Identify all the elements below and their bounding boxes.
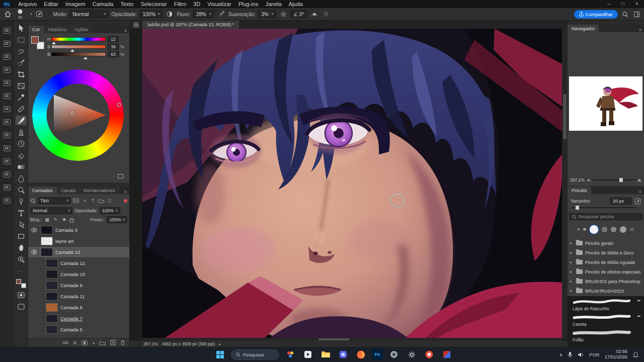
workspace-switcher-icon[interactable] xyxy=(632,10,641,19)
brush-panel-toggle-icon[interactable] xyxy=(634,198,641,205)
status-expand-icon[interactable]: ▸ xyxy=(219,342,221,346)
layer-opacity-field[interactable]: 100% ▾ xyxy=(100,207,120,214)
dock-panel-icon[interactable] xyxy=(4,54,11,60)
brush-size-slider[interactable] xyxy=(572,207,636,208)
symmetry-icon[interactable] xyxy=(321,10,331,19)
brush-tip-preset[interactable] xyxy=(583,228,586,231)
filter-smart-icon[interactable]: ◻ xyxy=(106,198,113,203)
opacity-dropdown[interactable]: 100% ▾ xyxy=(139,10,163,18)
layer-thumbnail[interactable] xyxy=(46,259,58,267)
dock-panel-icon[interactable] xyxy=(4,132,11,138)
hand-tool[interactable] xyxy=(16,243,27,252)
menu-janela[interactable]: Janela xyxy=(262,1,285,8)
color-panel-expand-icon[interactable] xyxy=(118,174,123,178)
history-brush-tool[interactable] xyxy=(16,139,27,148)
menu-arquivo[interactable]: Arquivo xyxy=(15,1,40,8)
eraser-tool[interactable] xyxy=(16,150,27,160)
layer-thumbnail[interactable] xyxy=(46,303,58,312)
filter-group-icon[interactable] xyxy=(98,198,104,203)
saturation-slider[interactable] xyxy=(51,45,106,49)
dock-panel-icon[interactable] xyxy=(4,198,11,204)
dock-panel-icon[interactable] xyxy=(4,158,11,164)
tab-canais[interactable]: Canais xyxy=(57,187,80,194)
layer-visibility-toggle[interactable] xyxy=(35,270,43,279)
foreground-swatch[interactable] xyxy=(31,36,39,44)
layer-thumbnail[interactable] xyxy=(41,226,53,234)
tab-acoes[interactable]: Ações xyxy=(70,26,92,33)
layer-row[interactable]: Camada 5 xyxy=(28,324,129,335)
document-tab[interactable]: ladrão.psd @ 297% (Camada 13, RGB/8) * xyxy=(142,21,239,29)
mode-dropdown[interactable]: Normal ▾ xyxy=(69,10,109,18)
brush-tip-preset-selected[interactable] xyxy=(590,225,598,234)
tab-camadas[interactable]: Camadas xyxy=(28,187,57,194)
brush-settings-panel-icon[interactable] xyxy=(35,10,44,19)
type-tool[interactable] xyxy=(16,208,27,218)
layer-thumbnail[interactable] xyxy=(46,292,58,301)
layer-visibility-toggle[interactable] xyxy=(35,326,43,334)
delete-layer-icon[interactable] xyxy=(120,340,125,345)
menu-texto[interactable]: Texto xyxy=(117,1,137,8)
dock-panel-icon[interactable] xyxy=(4,67,11,73)
saturation-value[interactable]: 39 xyxy=(108,44,119,50)
lock-all-icon[interactable] xyxy=(69,217,74,223)
brush-tip-preset[interactable] xyxy=(570,223,577,230)
menu-camada[interactable]: Camada xyxy=(89,1,117,8)
horizontal-scroll-handle[interactable] xyxy=(318,338,350,340)
brush-folder[interactable]: ▸ Pincéis de efeitos especiais xyxy=(568,267,644,277)
layer-thumbnail[interactable] xyxy=(41,237,53,245)
brush-folder-expanded[interactable]: ▾ BRUSHRUSH2023 xyxy=(568,286,644,296)
layer-row[interactable]: Camada 8 xyxy=(28,302,129,313)
brush-tip-preset[interactable] xyxy=(578,228,580,230)
menu-visualizar[interactable]: Visualizar xyxy=(204,1,235,8)
hue-slider[interactable] xyxy=(51,37,106,41)
foreground-background-swatches[interactable] xyxy=(16,279,26,288)
layer-effects-icon[interactable]: fx xyxy=(73,340,77,345)
dock-panel-icon[interactable] xyxy=(4,145,11,151)
dock-panel-icon[interactable] xyxy=(4,41,11,47)
layer-row[interactable]: Camada 9 xyxy=(28,280,129,291)
layer-visibility-toggle[interactable] xyxy=(30,226,38,234)
layer-row[interactable]: Camada 7 xyxy=(28,313,129,324)
layer-name[interactable]: Camada 7 xyxy=(60,316,83,321)
zoom-in-icon[interactable] xyxy=(637,178,641,182)
layer-thumbnail[interactable] xyxy=(46,325,58,334)
gradient-tool[interactable] xyxy=(16,162,27,171)
layer-name[interactable]: Camada 12 xyxy=(60,260,85,266)
edit-toolbar-ellipsis-icon[interactable]: ··· xyxy=(16,266,27,276)
layer-visibility-toggle[interactable] xyxy=(35,259,43,267)
dock-panel-icon[interactable] xyxy=(4,119,11,125)
brush-tip-preset[interactable] xyxy=(611,227,616,232)
clone-stamp-tool[interactable] xyxy=(16,127,27,137)
flow-dropdown[interactable]: 28% ▾ xyxy=(193,10,214,18)
layer-thumbnail[interactable] xyxy=(46,314,58,323)
foreground-color-swatch[interactable] xyxy=(16,279,21,284)
close-button[interactable]: × xyxy=(630,0,644,8)
taskbar-clock[interactable]: 02:56 17/01/2026 xyxy=(605,349,627,360)
panel-color-swatches[interactable] xyxy=(31,36,44,49)
layer-name[interactable]: layne art xyxy=(55,238,73,244)
layer-row[interactable]: Camada 13 xyxy=(28,247,129,258)
new-group-icon[interactable] xyxy=(99,340,106,345)
start-button[interactable] xyxy=(213,348,226,361)
panel-menu-icon[interactable]: ≡ xyxy=(636,189,644,194)
pen-tool[interactable] xyxy=(16,197,27,206)
filter-image-icon[interactable] xyxy=(73,198,79,203)
color-wheel[interactable] xyxy=(32,69,124,161)
navigator-zoom-readout[interactable]: 297,1% xyxy=(570,177,585,183)
tab-demarcadores[interactable]: Demarcadores xyxy=(79,187,119,194)
brush-preset-picker[interactable]: 20 xyxy=(15,9,26,19)
dock-panel-icon[interactable] xyxy=(4,93,11,99)
brightness-slider[interactable] xyxy=(51,52,106,56)
layer-name[interactable]: Camada 3 xyxy=(55,227,77,233)
brush-folder[interactable]: ▸ Pincéis de Mídia a Seco xyxy=(568,248,644,257)
brush-preset-item[interactable]: Fofão xyxy=(568,328,644,344)
tray-chevron-icon[interactable]: ∧ xyxy=(559,352,562,357)
taskbar-app-media[interactable] xyxy=(301,348,314,361)
link-layers-icon[interactable] xyxy=(62,340,69,345)
brush-search-input[interactable]: Pesquisar pincéis xyxy=(569,213,642,220)
ring-marker[interactable] xyxy=(117,103,121,107)
lock-transparency-icon[interactable]: ▦ xyxy=(44,217,50,222)
brush-folder[interactable]: ▸ Pincéis gerais xyxy=(568,238,644,248)
layer-visibility-toggle[interactable] xyxy=(30,248,38,256)
layer-mask-icon[interactable] xyxy=(82,340,88,345)
